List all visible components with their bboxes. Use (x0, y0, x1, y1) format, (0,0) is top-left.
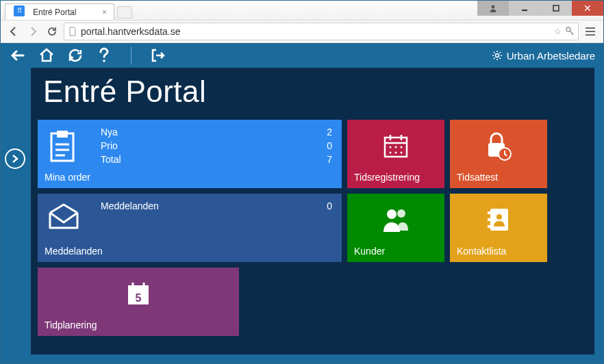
svg-rect-2 (553, 5, 559, 11)
logout-button[interactable] (149, 47, 167, 64)
gear-icon (492, 50, 503, 61)
home-button[interactable] (38, 47, 55, 64)
browser-tab[interactable]: ⠿ Entré Portal × (5, 3, 114, 20)
stat-value: 0 (327, 199, 332, 213)
content-area: Entré Portal Nya2 Prio0 Total7 Mina orde… (31, 68, 594, 354)
nav-back-button[interactable] (9, 47, 27, 64)
url-input[interactable] (81, 26, 550, 37)
minimize-window-button[interactable] (509, 1, 540, 16)
calendar-icon (382, 132, 410, 159)
message-stats: Meddelanden0 (101, 199, 332, 213)
contacts-icon (485, 206, 512, 233)
svg-point-4 (103, 60, 105, 62)
bookmark-icon[interactable]: ☆ (554, 27, 562, 36)
stat-label: Total (101, 153, 121, 166)
svg-rect-22 (488, 225, 490, 228)
favicon-icon: ⠿ (14, 5, 25, 16)
stat-value: 7 (327, 153, 332, 166)
svg-point-13 (395, 152, 397, 154)
maximize-window-button[interactable] (540, 1, 572, 16)
chrome-titlebar: ⠿ Entré Portal × ✕ (1, 1, 603, 20)
svg-rect-20 (488, 211, 490, 214)
app-topbar: Urban Arbetsledare (1, 43, 603, 68)
browser-window: ⠿ Entré Portal × ✕ (0, 0, 604, 364)
tab-strip: ⠿ Entré Portal × (1, 1, 132, 20)
svg-point-23 (496, 214, 502, 220)
stat-label: Meddelanden (101, 199, 159, 213)
user-name: Urban Arbetsledare (507, 50, 595, 62)
stat-label: Prio (101, 139, 118, 153)
tile-messages[interactable]: Meddelanden0 Meddelanden (38, 194, 342, 262)
tile-title: Tidsattest (457, 172, 540, 183)
envelope-icon (47, 203, 80, 231)
svg-point-5 (495, 54, 499, 57)
close-tab-icon[interactable]: × (102, 8, 107, 17)
tile-title: Meddelanden (45, 246, 335, 257)
svg-point-12 (390, 152, 392, 154)
tile-grid: Nya2 Prio0 Total7 Mina order Tidsregistr… (31, 120, 594, 336)
window-controls: ✕ (477, 1, 603, 16)
calendar-day-number: 5 (125, 292, 152, 304)
stat-label: Nya (101, 125, 118, 139)
expand-sidebar-button[interactable] (5, 148, 25, 169)
tile-title: Kontaktlista (457, 246, 540, 257)
forward-button[interactable] (25, 24, 40, 39)
page-icon (68, 27, 77, 36)
order-stats: Nya2 Prio0 Total7 (101, 125, 332, 166)
clipboard-icon (47, 129, 77, 164)
tile-title: Tidsregistrering (354, 172, 438, 183)
tab-title: Entré Portal (33, 8, 76, 17)
tile-title: Mina order (45, 172, 335, 183)
help-button[interactable] (95, 47, 113, 64)
calendar-day-icon: 5 (125, 280, 152, 307)
topbar-divider (131, 47, 131, 64)
svg-point-9 (390, 146, 392, 148)
user-window-button[interactable] (477, 1, 509, 16)
lock-clock-icon (484, 131, 513, 161)
refresh-button[interactable] (66, 47, 84, 64)
tile-tidsreg[interactable]: Tidsregistrering (347, 120, 444, 188)
tile-kunder[interactable]: Kunder (347, 194, 444, 262)
address-bar[interactable]: ☆ (64, 23, 579, 40)
tile-title: Kunder (354, 246, 438, 257)
tile-kontakt[interactable]: Kontaktlista (450, 194, 547, 262)
svg-rect-21 (488, 218, 490, 221)
new-tab-button[interactable] (117, 6, 132, 18)
svg-point-10 (395, 146, 397, 148)
svg-point-14 (401, 152, 403, 154)
page-title: Entré Portal (31, 68, 594, 120)
tile-tidplan[interactable]: 5 Tidplanering (38, 268, 239, 336)
svg-rect-7 (57, 131, 68, 138)
svg-rect-1 (522, 10, 527, 11)
back-button[interactable] (6, 24, 21, 39)
menu-button[interactable] (583, 27, 598, 36)
browser-toolbar: ☆ (1, 20, 603, 43)
tile-orders[interactable]: Nya2 Prio0 Total7 Mina order (38, 120, 342, 188)
key-icon[interactable] (566, 27, 574, 36)
app-page: Urban Arbetsledare Entré Portal Nya2 Pri… (1, 43, 603, 363)
stat-value: 0 (327, 139, 332, 153)
svg-point-0 (492, 5, 495, 9)
stat-value: 2 (327, 125, 332, 139)
tile-tidsattest[interactable]: Tidsattest (450, 120, 547, 188)
people-icon (381, 206, 411, 233)
tile-title: Tidplanering (45, 320, 232, 330)
user-menu[interactable]: Urban Arbetsledare (492, 50, 595, 62)
svg-point-17 (387, 209, 397, 219)
reload-button[interactable] (45, 24, 60, 39)
svg-point-11 (401, 146, 403, 148)
svg-point-18 (397, 209, 405, 218)
close-window-button[interactable]: ✕ (572, 1, 603, 16)
